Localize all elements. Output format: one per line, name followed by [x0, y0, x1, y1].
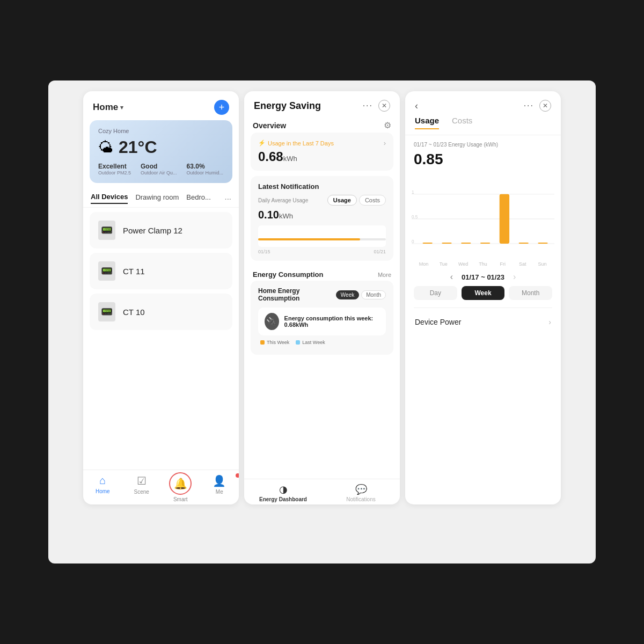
- weather-stat-humid: 63.0% Outdoor Humid...: [187, 163, 224, 175]
- toggle-usage-btn[interactable]: Usage: [327, 195, 357, 206]
- more-options-icon[interactable]: ···: [363, 101, 373, 111]
- chart-legend: This Week Last Week: [260, 340, 386, 345]
- toggle-costs-btn[interactable]: Costs: [359, 195, 386, 206]
- tab-drawing-room[interactable]: Drawing room: [135, 193, 179, 203]
- back-button[interactable]: ‹: [415, 100, 418, 112]
- nav-me[interactable]: 👤 Me: [200, 474, 239, 502]
- period-tab-week[interactable]: Week: [462, 286, 505, 300]
- energy-saving-title: Energy Saving: [254, 100, 321, 112]
- weather-card: Cozy Home 🌤 21°C Excellent Outdoor PM2.5…: [90, 120, 232, 183]
- device-name-ct10: CT 10: [123, 308, 145, 317]
- device-name-ct11: CT 11: [123, 267, 145, 276]
- right-header-icons: ··· ✕: [524, 100, 551, 112]
- month-btn[interactable]: Month: [361, 290, 386, 299]
- air-value: Good: [141, 163, 177, 170]
- weather-icon: 🌤: [98, 138, 113, 156]
- mid-header: Energy Saving ··· ✕: [244, 91, 400, 116]
- day-sat: Sat: [513, 261, 532, 267]
- right-close-button[interactable]: ✕: [539, 100, 551, 112]
- day-tue: Tue: [434, 261, 453, 267]
- notif-usage-row: Daily Average Usage Usage Costs: [258, 195, 386, 206]
- tab-costs[interactable]: Costs: [452, 116, 472, 129]
- device-item-power-clamp[interactable]: 📟 Power Clamp 12: [90, 212, 232, 248]
- air-label: Outdoor Air Qu...: [141, 170, 177, 175]
- pm25-label: Outdoor PM2.5: [98, 170, 131, 175]
- device-icon-ct10: 📟: [98, 302, 115, 321]
- humid-label: Outdoor Humid...: [187, 170, 224, 175]
- nav-home[interactable]: ⌂ Home: [83, 474, 122, 502]
- right-header: ‹ ··· ✕: [405, 91, 561, 116]
- period-tab-month[interactable]: Month: [509, 286, 552, 300]
- big-kwh-value: 0.85: [405, 150, 561, 173]
- device-item-ct11[interactable]: 📟 CT 11: [90, 253, 232, 289]
- more-link[interactable]: More: [378, 272, 391, 278]
- weather-stat-air: Good Outdoor Air Qu...: [141, 163, 177, 175]
- energy-consumption-title: Energy Consumption: [253, 270, 323, 279]
- notifications-icon: 💬: [355, 484, 367, 495]
- overview-section: Overview ⚙: [244, 116, 400, 133]
- left-header: Home ▾ +: [83, 91, 239, 120]
- weather-stat-pm25: Excellent Outdoor PM2.5: [98, 163, 131, 175]
- weather-temp-row: 🌤 21°C: [98, 137, 224, 157]
- bottom-nav: ⌂ Home ☑ Scene 🔔 Smart 👤 Me: [83, 470, 239, 504]
- usage-period-label: ⚡ Usage in the Last 7 Days: [258, 140, 334, 147]
- scene-icon: ☑: [137, 474, 147, 487]
- svg-rect-10: [500, 194, 509, 244]
- svg-rect-8: [461, 243, 471, 244]
- nav-notifications[interactable]: 💬 Notifications: [322, 484, 400, 502]
- device-list: 📟 Power Clamp 12 📟 CT 11 📟 CT 10: [83, 208, 239, 470]
- weather-stats: Excellent Outdoor PM2.5 Good Outdoor Air…: [98, 163, 224, 175]
- tabs-more-icon[interactable]: ···: [224, 194, 231, 203]
- week-btn[interactable]: Week: [336, 290, 359, 299]
- svg-rect-11: [519, 243, 529, 244]
- nav-smart[interactable]: 🔔 Smart: [161, 474, 200, 502]
- nav-scene-label: Scene: [134, 489, 149, 495]
- close-button[interactable]: ✕: [378, 100, 390, 112]
- energy-consumption-header: Energy Consumption More: [244, 266, 400, 281]
- smart-circle: 🔔: [169, 472, 192, 495]
- day-thu: Thu: [473, 261, 493, 267]
- nav-energy-dashboard[interactable]: ◑ Energy Dashboard: [244, 484, 322, 502]
- svg-rect-6: [422, 243, 432, 244]
- lightning-icon: ⚡: [258, 140, 266, 147]
- week-month-toggle: Week Month: [336, 290, 386, 299]
- device-item-ct10[interactable]: 📟 CT 10: [90, 294, 232, 330]
- day-wed: Wed: [453, 261, 473, 267]
- svg-text:0: 0: [412, 239, 414, 244]
- tab-usage[interactable]: Usage: [415, 116, 439, 129]
- last-week-dot: [296, 340, 300, 345]
- mid-bottom-nav: ◑ Energy Dashboard 💬 Notifications: [244, 479, 400, 504]
- tab-all-devices[interactable]: All Devices: [91, 193, 128, 204]
- notification-title: Latest Notification: [258, 182, 386, 191]
- chart-dates: 01/15 01/21: [258, 249, 386, 254]
- day-fri: Fri: [493, 261, 513, 267]
- device-name-power-clamp: Power Clamp 12: [123, 226, 182, 235]
- period-tab-day[interactable]: Day: [414, 286, 457, 300]
- add-button[interactable]: +: [214, 100, 229, 115]
- overview-title: Overview: [253, 121, 286, 130]
- right-more-icon[interactable]: ···: [524, 101, 534, 111]
- me-icon: 👤: [213, 474, 226, 487]
- home-icon: ⌂: [99, 474, 106, 487]
- bar-chart-svg: 1 0.5 0: [412, 184, 554, 259]
- next-week-button[interactable]: ›: [513, 272, 516, 282]
- smart-icon: 🔔: [174, 477, 187, 490]
- tab-bedroom[interactable]: Bedro...: [186, 193, 211, 203]
- bar-chart-days: Mon Tue Wed Thu Fri Sat Sun: [405, 259, 561, 270]
- overview-kwh-value: 0.68kWh: [258, 149, 386, 164]
- week-navigation: ‹ 01/17 ~ 01/23 ›: [405, 270, 561, 286]
- overview-card: ⚡ Usage in the Last 7 Days › 0.68kWh: [251, 133, 393, 171]
- overview-arrow-icon[interactable]: ›: [384, 139, 386, 147]
- device-power-row[interactable]: Device Power ›: [405, 310, 561, 334]
- home-title[interactable]: Home ▾: [93, 102, 123, 113]
- weather-temperature: 21°C: [119, 137, 157, 157]
- devices-tabs: All Devices Drawing room Bedro... ···: [83, 189, 239, 208]
- period-tabs: Day Week Month: [405, 286, 561, 305]
- nav-scene[interactable]: ☑ Scene: [122, 474, 162, 502]
- device-power-label: Device Power: [415, 318, 461, 326]
- daily-kwh-value: 0.10kWh: [258, 209, 386, 221]
- prev-week-button[interactable]: ‹: [450, 272, 453, 282]
- settings-icon[interactable]: ⚙: [384, 120, 391, 130]
- device-icon-ct11: 📟: [98, 261, 115, 281]
- left-panel: Home ▾ + Cozy Home 🌤 21°C Excellent Outd…: [83, 91, 239, 504]
